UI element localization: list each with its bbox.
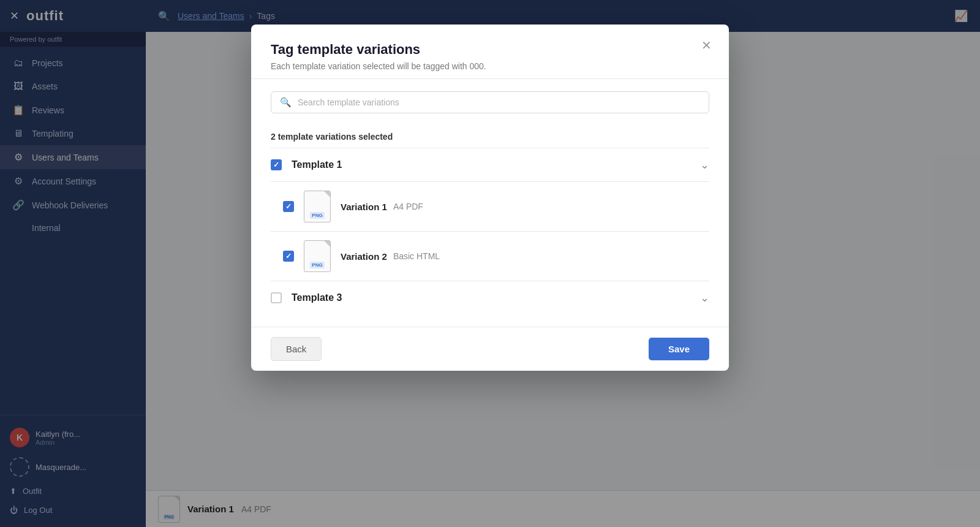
save-button[interactable]: Save xyxy=(649,338,709,360)
modal-overlay: Tag template variations Each template va… xyxy=(0,0,980,527)
template-group-3: Template 3 ⌄ xyxy=(271,281,709,314)
template-3-checkbox[interactable] xyxy=(271,292,282,303)
variation-1-checkbox[interactable]: ✓ xyxy=(283,201,294,212)
variation-1-type: A4 PDF xyxy=(393,202,423,211)
back-button[interactable]: Back xyxy=(271,337,322,361)
template-1-chevron[interactable]: ⌄ xyxy=(700,158,709,172)
template-3-name: Template 3 xyxy=(292,292,690,303)
variation-1-name: Variation 1 xyxy=(341,202,387,212)
modal: Tag template variations Each template va… xyxy=(251,25,729,371)
modal-footer: Back Save xyxy=(251,327,729,371)
template-1-name: Template 1 xyxy=(292,159,690,170)
variation-1-info: Variation 1 A4 PDF xyxy=(341,202,709,212)
checkmark-icon: ✓ xyxy=(273,161,279,169)
variation-row-2: ✓ PNG Variation 2 Basic HTML xyxy=(271,231,709,281)
variation-2-info: Variation 2 Basic HTML xyxy=(341,251,709,262)
variation-row-1: ✓ PNG Variation 1 A4 PDF xyxy=(271,181,709,231)
template-3-chevron[interactable]: ⌄ xyxy=(700,291,709,305)
search-box: 🔍 xyxy=(271,91,709,113)
checkmark-icon: ✓ xyxy=(285,252,292,260)
variation-2-icon: PNG xyxy=(304,240,331,272)
modal-subtitle: Each template variation selected will be… xyxy=(271,61,709,71)
variation-2-name: Variation 2 xyxy=(341,251,387,262)
search-input[interactable] xyxy=(298,97,700,107)
variation-2-checkbox[interactable]: ✓ xyxy=(283,251,294,262)
modal-title: Tag template variations xyxy=(271,42,709,58)
modal-header: Tag template variations Each template va… xyxy=(251,25,729,79)
template-group-1: ✓ Template 1 ⌄ ✓ PNG Variation 1 A4 PDF xyxy=(271,148,709,281)
modal-close-button[interactable]: ✕ xyxy=(699,37,714,54)
variation-2-type: Basic HTML xyxy=(393,251,440,261)
template-1-header[interactable]: ✓ Template 1 ⌄ xyxy=(271,148,709,181)
selection-count: 2 template variations selected xyxy=(271,126,709,148)
modal-body: 🔍 2 template variations selected ✓ Templ… xyxy=(251,79,729,327)
search-icon: 🔍 xyxy=(280,97,292,108)
template-1-checkbox[interactable]: ✓ xyxy=(271,159,282,170)
checkmark-icon: ✓ xyxy=(285,202,292,211)
template-3-header[interactable]: Template 3 ⌄ xyxy=(271,281,709,314)
variation-1-icon: PNG xyxy=(304,191,331,222)
